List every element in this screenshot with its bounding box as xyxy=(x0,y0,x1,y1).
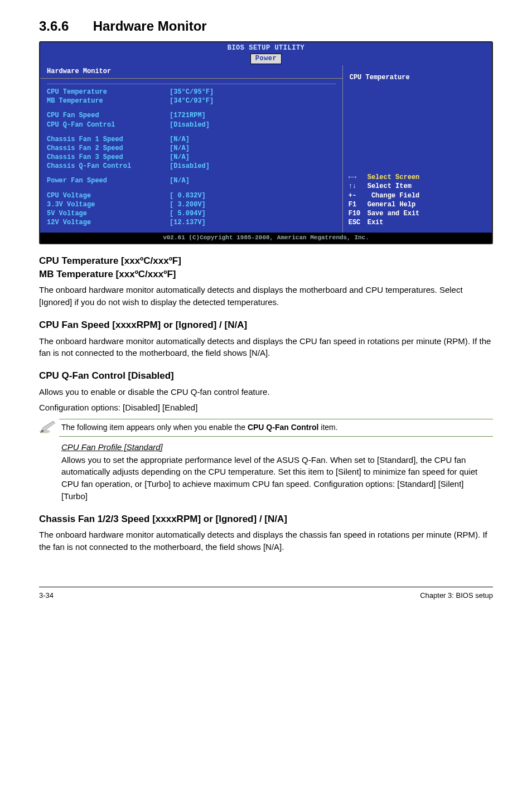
bios-row-key: Chassis Fan 1 Speed xyxy=(47,135,170,144)
legend-key: ←→ xyxy=(349,173,367,182)
legend-text: Exit xyxy=(367,219,384,226)
bios-row-value: [35°C/95°F] xyxy=(170,88,336,96)
bios-row: MB Temperature[34°C/93°F] xyxy=(47,96,336,105)
bios-row-value: [ 5.094V] xyxy=(170,209,336,218)
bios-panel-title: Hardware Monitor xyxy=(40,65,342,79)
legend-text: General Help xyxy=(367,201,415,209)
legend-row: F10Save and Exit xyxy=(349,209,486,218)
bios-row: Chassis Fan 3 Speed[N/A] xyxy=(47,153,336,162)
bios-row-value: [ 3.200V] xyxy=(170,200,336,209)
cpu-fan-profile-title: CPU Fan Profile [Standard] xyxy=(61,441,491,453)
cpu-mb-temp-heading: CPU Temperature [xxxºC/xxxºF] MB Tempera… xyxy=(39,254,493,281)
legend-key: +- xyxy=(349,191,367,200)
legend-row: F1General Help xyxy=(349,200,486,209)
bios-row: CPU Fan Speed[1721RPM] xyxy=(47,111,336,120)
page-number: 3-34 xyxy=(39,591,54,601)
bios-row-key: CPU Temperature xyxy=(47,88,170,96)
bios-row-value: [N/A] xyxy=(170,176,336,185)
bios-row: Chassis Fan 1 Speed[N/A] xyxy=(47,135,336,144)
legend-row: ↑↓Select Item xyxy=(349,182,486,191)
chapter-label: Chapter 3: BIOS setup xyxy=(420,591,493,601)
bios-row-value: [ 0.832V] xyxy=(170,191,336,200)
bios-footer: v02.61 (C)Copyright 1985-2008, American … xyxy=(40,233,492,243)
bios-row-key: 12V Voltage xyxy=(47,218,170,227)
cpu-fan-profile-body: Allows you to set the appropriate perfor… xyxy=(61,454,491,503)
section-number: 3.6.6 xyxy=(39,17,89,36)
cpu-fan-profile-block: CPU Fan Profile [Standard] Allows you to… xyxy=(61,441,491,503)
bios-row: Power Fan Speed[N/A] xyxy=(47,176,336,185)
bios-header-text: BIOS SETUP UTILITY xyxy=(228,44,305,52)
pencil-note-icon xyxy=(39,418,59,438)
bios-row: 12V Voltage[12.137V] xyxy=(47,218,336,227)
bios-row: Chassis Fan 2 Speed[N/A] xyxy=(47,144,336,153)
bios-screenshot: BIOS SETUP UTILITY Power Hardware Monito… xyxy=(39,41,493,244)
cpu-fan-speed-heading: CPU Fan Speed [xxxxRPM] or [Ignored] / [… xyxy=(39,318,493,332)
bios-row-key: CPU Voltage xyxy=(47,191,170,200)
bios-row-key: Power Fan Speed xyxy=(47,176,170,185)
legend-key: F10 xyxy=(349,209,367,218)
chassis-fan-heading: Chassis Fan 1/2/3 Speed [xxxxRPM] or [Ig… xyxy=(39,513,493,526)
bios-row-value: [N/A] xyxy=(170,135,336,144)
legend-text: Save and Exit xyxy=(367,210,420,218)
legend-key: F1 xyxy=(349,200,367,209)
bios-key-legend: ←→Select Screen↑↓Select Item+- Change Fi… xyxy=(349,173,486,227)
legend-row: ESCExit xyxy=(349,218,486,227)
bios-row-key: MB Temperature xyxy=(47,96,170,105)
bios-row-key: Chassis Fan 2 Speed xyxy=(47,144,170,153)
bios-row-value: [34°C/93°F] xyxy=(170,96,336,105)
cpu-qfan-heading: CPU Q-Fan Control [Disabled] xyxy=(39,369,493,383)
bios-row-key: Chassis Fan 3 Speed xyxy=(47,153,170,162)
bios-row: CPU Temperature[35°C/95°F] xyxy=(47,88,336,96)
page-footer: 3-34 Chapter 3: BIOS setup xyxy=(39,587,493,601)
bios-left-panel: Hardware Monitor CPU Temperature[35°C/95… xyxy=(40,65,343,233)
bios-help-text: CPU Temperature xyxy=(349,71,486,85)
cpu-mb-temp-body: The onboard hardware monitor automatical… xyxy=(39,284,493,308)
bios-row: 5V Voltage[ 5.094V] xyxy=(47,209,336,218)
bios-row-key: Chassis Q-Fan Control xyxy=(47,162,170,171)
bios-row-key: 3.3V Voltage xyxy=(47,200,170,209)
bios-row-key: CPU Q-Fan Control xyxy=(47,120,170,129)
cpu-qfan-body-1: Allows you to enable or disable the CPU … xyxy=(39,386,493,398)
bios-row-value: [Disabled] xyxy=(170,162,336,171)
bios-row-value: [1721RPM] xyxy=(170,111,336,120)
bios-settings-list: CPU Temperature[35°C/95°F]MB Temperature… xyxy=(47,88,336,227)
legend-row: ←→Select Screen xyxy=(349,173,486,182)
bios-row-value: [N/A] xyxy=(170,144,336,153)
note-callout: The following item appears only when you… xyxy=(39,418,493,438)
legend-text: Select Item xyxy=(367,182,412,190)
bios-row-value: [N/A] xyxy=(170,153,336,162)
legend-key: ↑↓ xyxy=(349,182,367,191)
cpu-fan-speed-body: The onboard hardware monitor automatical… xyxy=(39,335,493,360)
legend-text: Change Field xyxy=(367,192,420,200)
cpu-qfan-body-2: Configuration options: [Disabled] [Enabl… xyxy=(39,402,493,414)
bios-row: CPU Voltage[ 0.832V] xyxy=(47,191,336,200)
bios-row-value: [Disabled] xyxy=(170,120,336,129)
bios-row-value: [12.137V] xyxy=(170,218,336,227)
bios-row-key: 5V Voltage xyxy=(47,209,170,218)
note-text: The following item appears only when you… xyxy=(59,419,493,437)
bios-header: BIOS SETUP UTILITY Power xyxy=(40,42,492,66)
bios-active-tab: Power xyxy=(250,54,282,64)
section-title: Hardware Monitor xyxy=(93,18,207,33)
bios-row: 3.3V Voltage[ 3.200V] xyxy=(47,200,336,209)
bios-row: CPU Q-Fan Control[Disabled] xyxy=(47,120,336,129)
section-heading: 3.6.6 Hardware Monitor xyxy=(39,17,493,36)
bios-row-key: CPU Fan Speed xyxy=(47,111,170,120)
legend-row: +- Change Field xyxy=(349,191,486,200)
chassis-fan-body: The onboard hardware monitor automatical… xyxy=(39,529,493,553)
legend-key: ESC xyxy=(349,218,367,227)
legend-text: Select Screen xyxy=(367,173,420,181)
bios-right-panel: CPU Temperature ←→Select Screen↑↓Select … xyxy=(343,65,492,233)
bios-row: Chassis Q-Fan Control[Disabled] xyxy=(47,162,336,171)
